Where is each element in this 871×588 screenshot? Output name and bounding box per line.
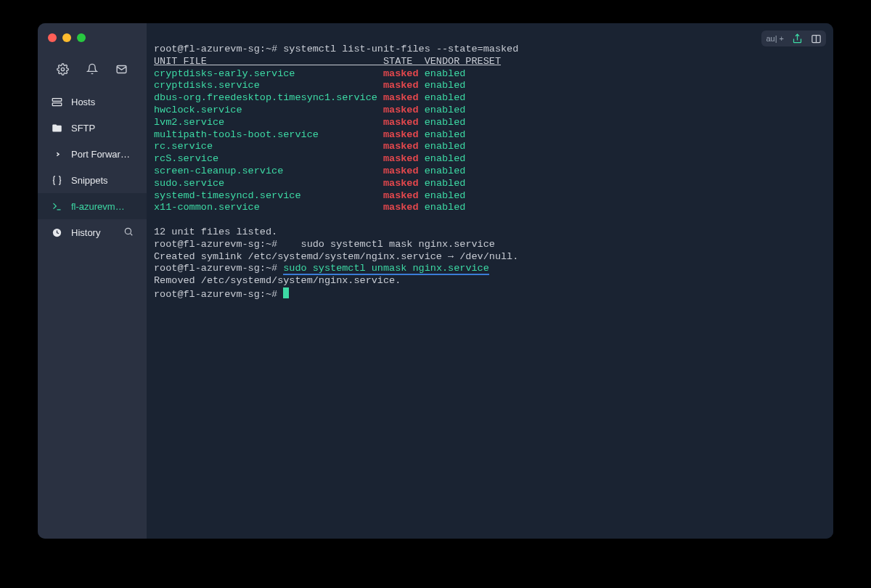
sidebar-item-history[interactable]: History	[38, 219, 147, 246]
hosts-icon	[51, 96, 62, 107]
app-window: Hosts SFTP Port Forwarding Snippets	[38, 23, 833, 539]
sidebar-item-label: fl-azurevm…	[71, 201, 134, 212]
braces-icon	[51, 174, 62, 186]
folder-icon	[51, 122, 62, 134]
terminal-output[interactable]: root@fl-azurevm-sg:~# systemctl list-uni…	[154, 44, 826, 301]
sidebar-item-session[interactable]: fl-azurevm…	[38, 193, 147, 219]
sidebar-item-portforwarding[interactable]: Port Forwarding	[38, 141, 147, 167]
minimize-icon[interactable]	[62, 33, 71, 42]
bell-icon[interactable]	[86, 62, 99, 75]
sidebar-item-label: Port Forwarding	[71, 149, 134, 160]
forward-icon	[51, 148, 62, 160]
mail-icon[interactable]	[115, 62, 128, 75]
terminal-toolbar: au| +	[761, 30, 826, 46]
svg-point-0	[61, 68, 64, 70]
nav: Hosts SFTP Port Forwarding Snippets	[38, 89, 147, 246]
split-icon[interactable]	[810, 33, 822, 44]
sidebar-item-label: History	[71, 227, 115, 238]
terminal-pane[interactable]: au| + root@fl-azurevm-sg:~# systemctl li…	[147, 23, 833, 539]
close-icon[interactable]	[48, 33, 57, 42]
sidebar-item-label: Hosts	[71, 97, 134, 107]
sidebar: Hosts SFTP Port Forwarding Snippets	[38, 23, 147, 539]
share-icon[interactable]	[791, 33, 803, 44]
sidebar-toprow	[38, 55, 147, 89]
sidebar-item-label: SFTP	[71, 123, 134, 134]
svg-point-8	[125, 228, 131, 234]
svg-rect-2	[52, 98, 62, 101]
terminal-icon	[51, 200, 62, 212]
window-controls	[38, 29, 147, 55]
sidebar-item-sftp[interactable]: SFTP	[38, 115, 147, 141]
gear-icon[interactable]	[56, 62, 69, 75]
sidebar-item-hosts[interactable]: Hosts	[38, 89, 147, 115]
sidebar-item-snippets[interactable]: Snippets	[38, 167, 147, 193]
sidebar-item-label: Snippets	[71, 175, 134, 186]
clock-icon	[51, 227, 62, 239]
search-icon[interactable]	[123, 226, 134, 239]
svg-line-9	[131, 234, 133, 236]
zoom-icon[interactable]	[77, 33, 86, 42]
toolbar-text[interactable]: au| +	[766, 34, 784, 43]
svg-rect-3	[52, 102, 62, 105]
